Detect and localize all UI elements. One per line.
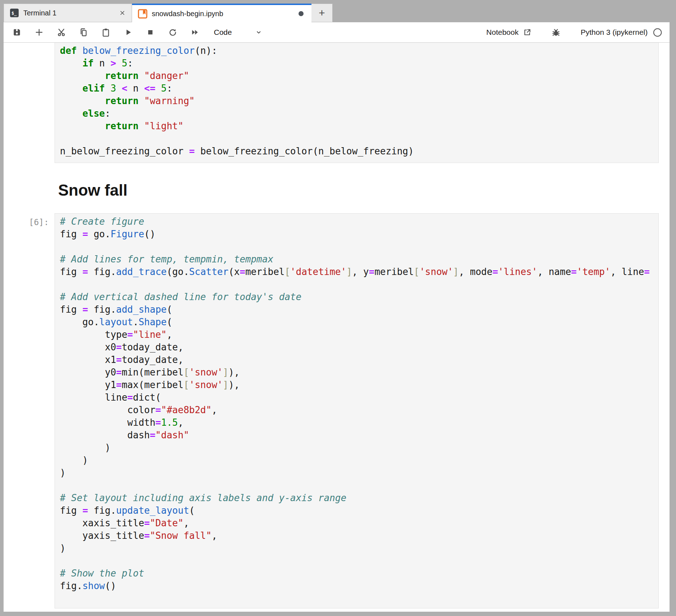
run-icon bbox=[123, 28, 133, 37]
cell-2-prompt: [6]: bbox=[4, 213, 55, 608]
chevron-down-icon bbox=[255, 28, 263, 36]
notebook-content: def below_freezing_color(n): if n > 5: r… bbox=[4, 43, 670, 608]
restart-kernel-button[interactable] bbox=[167, 27, 178, 38]
notebook-panel: Code Notebook bbox=[4, 22, 670, 612]
cell-1-code: def below_freezing_color(n): if n > 5: r… bbox=[55, 43, 658, 163]
notebook-label: Notebook bbox=[486, 28, 518, 37]
toolbar-right: Notebook Python 3 (ipykernel) bbox=[486, 28, 662, 37]
plus-icon bbox=[34, 28, 44, 37]
save-icon bbox=[12, 28, 22, 37]
tab-notebook-label: snowdash-begin.ipynb bbox=[152, 10, 294, 18]
tab-terminal-1[interactable]: $_ Terminal 1 bbox=[4, 4, 132, 22]
plus-icon: + bbox=[319, 7, 325, 19]
cell-1-editor[interactable]: def below_freezing_color(n): if n > 5: r… bbox=[55, 43, 659, 163]
copy-icon bbox=[79, 28, 88, 37]
interrupt-kernel-button[interactable] bbox=[145, 27, 156, 38]
fast-forward-icon bbox=[190, 28, 199, 37]
restart-run-all-button[interactable] bbox=[189, 27, 200, 38]
bug-icon bbox=[551, 28, 560, 37]
scissors-icon bbox=[57, 28, 66, 37]
copy-cell-button[interactable] bbox=[78, 27, 89, 38]
kernel-name: Python 3 (ipykernel) bbox=[581, 28, 648, 37]
code-cell-2: [6]: # Create figurefig = go.Figure() # … bbox=[4, 213, 670, 608]
kernel-status-indicator[interactable] bbox=[653, 28, 662, 37]
markdown-cell[interactable]: Snow fall bbox=[4, 181, 670, 200]
cell-1-prompt bbox=[4, 43, 55, 163]
new-tab-button[interactable]: + bbox=[311, 4, 333, 22]
tab-notebook-snowdash[interactable]: snowdash-begin.ipynb bbox=[132, 4, 311, 22]
external-link-icon bbox=[523, 28, 531, 37]
cell-type-value: Code bbox=[214, 28, 232, 37]
section-heading: Snow fall bbox=[58, 181, 659, 200]
paste-icon bbox=[101, 28, 111, 37]
terminal-icon: $_ bbox=[10, 8, 19, 18]
paste-cell-button[interactable] bbox=[100, 27, 111, 38]
restart-icon bbox=[168, 28, 177, 37]
terminal-icon-glyph: $_ bbox=[11, 11, 17, 16]
save-button[interactable] bbox=[11, 27, 22, 38]
tab-terminal-label: Terminal 1 bbox=[23, 9, 114, 17]
notebook-icon bbox=[138, 9, 147, 19]
stop-icon bbox=[146, 28, 155, 37]
kernel-switcher[interactable]: Python 3 (ipykernel) bbox=[581, 28, 648, 37]
cell-2-code: # Create figurefig = go.Figure() # Add l… bbox=[55, 214, 658, 608]
cell-2-editor[interactable]: # Create figurefig = go.Figure() # Add l… bbox=[55, 213, 659, 608]
unsaved-changes-dot[interactable] bbox=[299, 11, 304, 16]
open-in-notebook-button[interactable]: Notebook bbox=[486, 28, 531, 37]
kernel-idle-circle-icon bbox=[653, 28, 662, 37]
insert-cell-button[interactable] bbox=[34, 27, 44, 38]
cell-type-select[interactable]: Code bbox=[214, 28, 263, 37]
close-icon[interactable] bbox=[119, 9, 126, 17]
notebook-toolbar: Code Notebook bbox=[4, 22, 670, 43]
code-cell-1: def below_freezing_color(n): if n > 5: r… bbox=[4, 43, 670, 163]
run-cell-button[interactable] bbox=[123, 27, 133, 38]
tab-bar: $_ Terminal 1 snowdash-begin.ipynb + bbox=[4, 4, 670, 22]
cut-cell-button[interactable] bbox=[56, 27, 67, 38]
debugger-button[interactable] bbox=[551, 28, 560, 37]
